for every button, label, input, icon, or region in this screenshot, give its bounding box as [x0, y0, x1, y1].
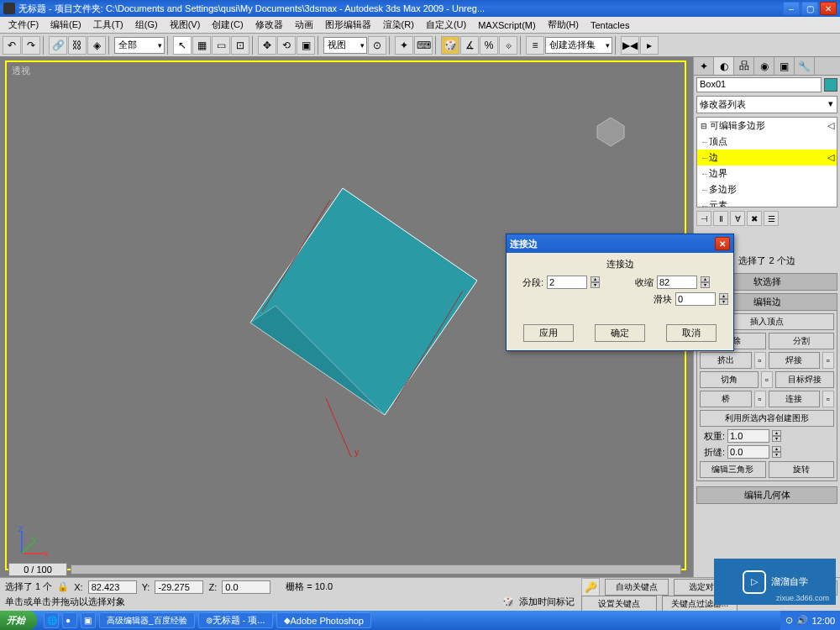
eye-icon[interactable]: ◁ [827, 152, 834, 163]
unique-icon[interactable]: ∀ [730, 211, 745, 226]
modifier-list-dropdown[interactable]: 修改器列表 [696, 96, 837, 113]
segments-input[interactable] [547, 276, 587, 289]
taskbar-item[interactable]: ⊚ 无标题 - 项... [198, 612, 273, 628]
z-input[interactable] [222, 580, 270, 594]
menu-help[interactable]: 帮助(H) [543, 17, 584, 33]
menu-tentacles[interactable]: Tentacles [585, 18, 634, 32]
select-rect-icon[interactable]: ▭ [212, 36, 230, 55]
spinner-snap-icon[interactable]: ⟐ [499, 36, 517, 55]
start-button[interactable]: 开始 [0, 611, 37, 630]
percent-snap-icon[interactable]: % [480, 36, 498, 55]
ok-button[interactable]: 确定 [595, 324, 645, 342]
dialog-close-button[interactable]: ✕ [715, 237, 730, 250]
close-button[interactable]: ✕ [820, 2, 837, 15]
named-sel-icon[interactable]: ≡ [526, 36, 544, 55]
pinch-input[interactable] [657, 276, 697, 289]
object-name-input[interactable]: Box01 [696, 77, 822, 92]
move-icon[interactable]: ✥ [258, 36, 276, 55]
quick-launch-icon[interactable]: 🌐 [44, 612, 59, 628]
show-end-icon[interactable]: Ⅱ [713, 211, 728, 226]
angle-snap-icon[interactable]: ∡ [460, 36, 479, 55]
menu-view[interactable]: 视图(V) [165, 17, 206, 33]
object-color-swatch[interactable] [824, 78, 837, 92]
mirror-icon[interactable]: ▶◀ [621, 36, 639, 55]
pivot-icon[interactable]: ⊙ [368, 36, 386, 55]
create-shape-button[interactable]: 利用所选内容创建图形 [700, 410, 834, 427]
weld-button[interactable]: 焊接 [769, 352, 821, 369]
configure-icon[interactable]: ☰ [764, 211, 779, 226]
auto-key-button[interactable]: 自动关键点 [605, 579, 669, 596]
cube-icon[interactable]: 🎲 [502, 596, 514, 607]
key-icon[interactable]: 🔑 [581, 578, 600, 596]
menu-group[interactable]: 组(G) [130, 17, 163, 33]
maximize-button[interactable]: ▢ [801, 2, 818, 15]
pin-stack-icon[interactable]: ⊣ [696, 211, 711, 226]
spin-up-icon[interactable]: ▴ [719, 293, 728, 299]
select-manip-icon[interactable]: ✦ [395, 36, 413, 55]
rotate-icon[interactable]: ⟲ [277, 36, 296, 55]
hierarchy-tab-icon[interactable]: 品 [734, 57, 754, 75]
spin-up-icon[interactable]: ▴ [591, 276, 600, 282]
taskbar-item[interactable]: 高级编辑器_百度经验 [99, 612, 195, 628]
undo-icon[interactable]: ↶ [3, 36, 21, 55]
add-time-tag[interactable]: 添加时间标记 [519, 596, 575, 608]
taskbar-item[interactable]: ◆ Adobe Photoshop [276, 612, 371, 628]
create-tab-icon[interactable]: ✦ [694, 57, 714, 75]
remove-mod-icon[interactable]: ✖ [747, 211, 762, 226]
utilities-tab-icon[interactable]: 🔧 [795, 57, 815, 75]
extrude-button[interactable]: 挤出 [700, 352, 752, 369]
quick-launch-icon[interactable]: ▣ [81, 612, 96, 628]
spin-down-icon[interactable]: ▾ [772, 452, 781, 458]
unlink-icon[interactable]: ⛓ [68, 36, 87, 55]
named-selset-dropdown[interactable]: 创建选择集 [545, 37, 612, 54]
y-input[interactable] [155, 580, 203, 594]
split-button[interactable]: 分割 [769, 333, 835, 349]
menu-render[interactable]: 渲染(R) [378, 17, 419, 33]
apply-button[interactable]: 应用 [523, 324, 574, 342]
connect-settings-icon[interactable]: ▫ [822, 391, 834, 407]
stack-border[interactable]: 边界 [697, 165, 837, 181]
menu-animation[interactable]: 动画 [290, 17, 318, 33]
weight-input[interactable] [727, 429, 769, 443]
eye-icon[interactable]: ◁ [827, 120, 834, 131]
menu-maxscript[interactable]: MAXScript(M) [473, 18, 540, 32]
keyboard-icon[interactable]: ⌨ [414, 36, 433, 55]
turn-button[interactable]: 旋转 [769, 461, 835, 478]
cancel-button[interactable]: 取消 [666, 324, 717, 342]
menu-edit[interactable]: 编辑(E) [45, 17, 87, 33]
select-name-icon[interactable]: ▦ [192, 36, 211, 55]
chamfer-button[interactable]: 切角 [700, 371, 759, 388]
edit-tri-button[interactable]: 编辑三角形 [700, 461, 766, 478]
select-icon[interactable]: ↖ [173, 36, 192, 55]
menu-customize[interactable]: 自定义(U) [421, 17, 471, 33]
extrude-settings-icon[interactable]: ▫ [754, 352, 766, 369]
stack-element[interactable]: 元素 [697, 197, 837, 207]
menu-graph[interactable]: 图形编辑器 [320, 17, 376, 33]
timeline[interactable]: 0 / 100 [8, 562, 685, 577]
spin-down-icon[interactable]: ▾ [701, 282, 710, 288]
set-key-button[interactable]: 设置关键点 [581, 596, 657, 612]
minimize-button[interactable]: – [783, 2, 800, 15]
spin-up-icon[interactable]: ▴ [772, 446, 781, 452]
lock-icon[interactable]: 🔒 [57, 581, 69, 592]
menu-create[interactable]: 创建(C) [207, 17, 248, 33]
quick-launch-icon[interactable]: ● [62, 612, 77, 628]
bind-icon[interactable]: ◈ [87, 36, 106, 55]
coord-system-dropdown[interactable]: 视图 [323, 37, 367, 54]
menu-modifiers[interactable]: 修改器 [250, 17, 288, 33]
crease-input[interactable] [727, 445, 769, 459]
spin-up-icon[interactable]: ▴ [701, 276, 710, 282]
bridge-button[interactable]: 桥 [700, 391, 752, 407]
stack-edge[interactable]: 边◁ [697, 150, 837, 165]
spin-down-icon[interactable]: ▾ [719, 299, 728, 305]
stack-polygon[interactable]: 多边形 [697, 181, 837, 197]
target-weld-button[interactable]: 目标焊接 [775, 371, 834, 388]
link-icon[interactable]: 🔗 [49, 36, 67, 55]
edit-geometry-rollout[interactable]: 编辑几何体 [696, 486, 837, 504]
bridge-settings-icon[interactable]: ▫ [754, 391, 766, 407]
spin-down-icon[interactable]: ▾ [591, 282, 600, 288]
redo-icon[interactable]: ↷ [22, 36, 40, 55]
time-slider[interactable] [71, 564, 681, 575]
slide-input[interactable] [675, 292, 716, 306]
spin-down-icon[interactable]: ▾ [772, 436, 781, 442]
